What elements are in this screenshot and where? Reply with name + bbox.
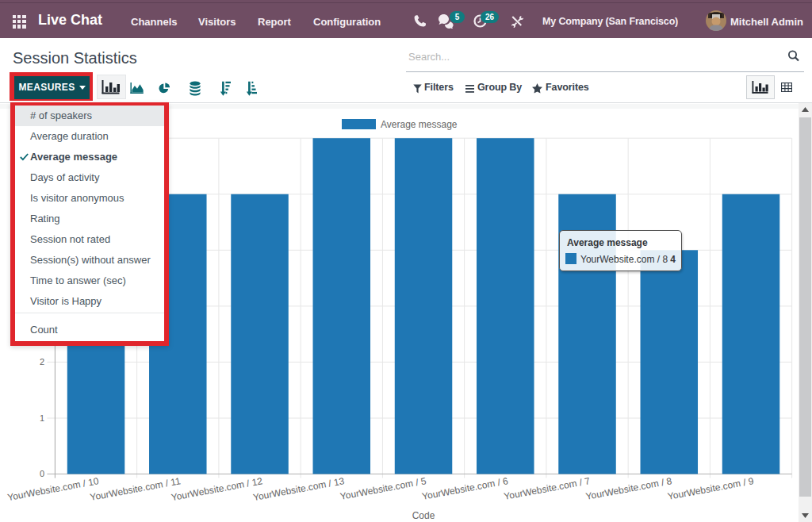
svg-text:YourWebsite.com / 11: YourWebsite.com / 11: [89, 475, 182, 503]
svg-text:YourWebsite.com / 13: YourWebsite.com / 13: [252, 475, 346, 503]
svg-text:YourWebsite.com / 5: YourWebsite.com / 5: [339, 475, 427, 502]
svg-text:Code: Code: [412, 510, 435, 521]
svg-text:YourWebsite.com / 6: YourWebsite.com / 6: [421, 475, 509, 502]
svg-text:Average message: Average message: [381, 119, 458, 130]
svg-text:YourWebsite.com / 7: YourWebsite.com / 7: [503, 475, 591, 502]
svg-text:1: 1: [40, 413, 44, 423]
svg-text:0: 0: [40, 469, 44, 478]
svg-text:YourWebsite.com / 8: YourWebsite.com / 8: [585, 475, 673, 502]
svg-text:YourWebsite.com / 10: YourWebsite.com / 10: [6, 475, 100, 503]
svg-text:YourWebsite.com / 9: YourWebsite.com / 9: [667, 475, 755, 502]
svg-text:2: 2: [40, 357, 44, 367]
svg-text:YourWebsite.com / 12: YourWebsite.com / 12: [170, 475, 264, 503]
